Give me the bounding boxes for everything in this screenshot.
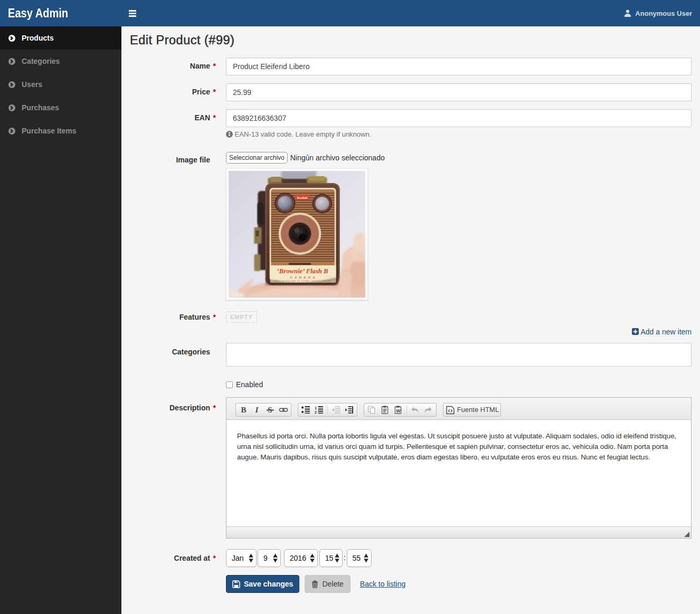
svg-text:CAMERA: CAMERA bbox=[290, 276, 317, 280]
svg-text:‘Brownie’ Flash B: ‘Brownie’ Flash B bbox=[277, 268, 328, 275]
svg-text:2: 2 bbox=[315, 410, 317, 414]
svg-text:W: W bbox=[396, 408, 401, 414]
svg-text:Kodak: Kodak bbox=[297, 196, 307, 200]
svg-text:1: 1 bbox=[315, 406, 317, 410]
